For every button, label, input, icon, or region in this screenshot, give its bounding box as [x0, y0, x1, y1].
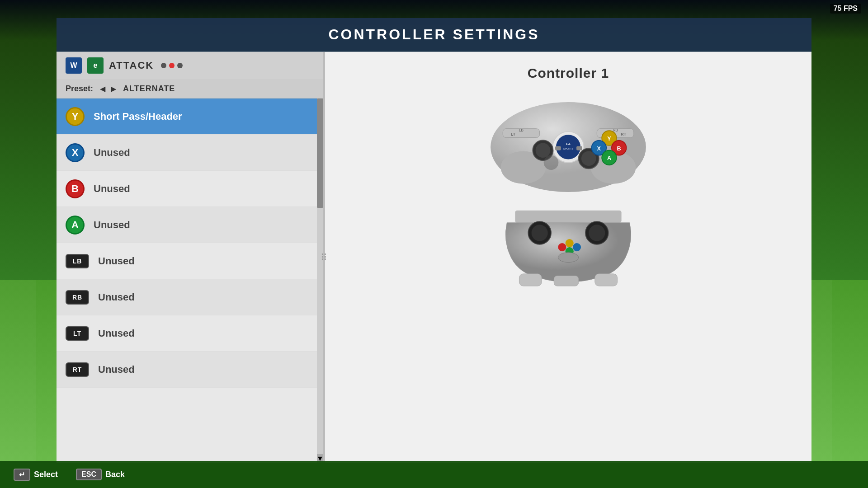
title-bar: CONTROLLER SETTINGS — [57, 18, 811, 52]
svg-text:A: A — [607, 155, 611, 161]
btn-icon-lt: LT — [66, 326, 89, 341]
preset-next-button[interactable]: ▶ — [108, 84, 118, 94]
btn-icon-b: B — [66, 179, 85, 198]
preset-row: Preset: ◀ ▶ ALTERNATE — [57, 79, 323, 99]
svg-rect-34 — [519, 274, 542, 286]
svg-point-28 — [589, 225, 605, 241]
svg-point-26 — [532, 225, 548, 241]
control-item-lt[interactable]: LTUnused — [57, 315, 323, 352]
control-item-rb[interactable]: RBUnused — [57, 279, 323, 315]
svg-text:X: X — [597, 145, 601, 152]
control-name-lb: Unused — [98, 255, 135, 267]
control-name-a: Unused — [94, 219, 130, 231]
btn-icon-y: Y — [66, 107, 85, 126]
control-name-x: Unused — [94, 147, 130, 159]
control-name-rb: Unused — [98, 291, 135, 303]
controller-illustration: EA SPORTS Y X — [482, 94, 654, 298]
controls-list: YShort Pass/HeaderXUnusedBUnusedAUnusedL… — [57, 99, 323, 463]
control-name-b: Unused — [94, 183, 130, 195]
preset-prev-button[interactable]: ◀ — [98, 84, 108, 94]
svg-point-10 — [536, 143, 551, 158]
btn-icon-lb: LB — [66, 254, 89, 268]
svg-text:SPORTS: SPORTS — [563, 147, 574, 150]
tab-dots — [161, 63, 183, 68]
control-item-y[interactable]: YShort Pass/Header — [57, 99, 323, 135]
svg-rect-13 — [555, 146, 561, 150]
fps-counter: 75 FPS — [830, 4, 861, 14]
tab-badge-e[interactable]: e — [87, 57, 104, 74]
page-title: CONTROLLER SETTINGS — [57, 26, 811, 43]
dot-3 — [177, 63, 183, 68]
select-hint-label: Select — [34, 470, 58, 479]
control-item-lb[interactable]: LBUnused — [57, 243, 323, 279]
tab-row: W e ATTACK — [57, 52, 323, 79]
right-panel: Controller 1 — [325, 52, 811, 463]
svg-point-15 — [544, 155, 559, 170]
select-key-badge: ↵ — [14, 469, 30, 481]
svg-rect-36 — [595, 274, 618, 286]
left-panel: W e ATTACK Preset: ◀ ▶ ALTER — [57, 52, 323, 463]
svg-point-30 — [566, 239, 574, 247]
svg-point-32 — [573, 243, 581, 251]
scrollbar-track[interactable]: ▼ — [317, 99, 323, 463]
svg-point-33 — [558, 253, 578, 263]
control-name-y: Short Pass/Header — [94, 111, 182, 122]
svg-text:Y: Y — [607, 136, 611, 142]
svg-text:EA: EA — [566, 142, 571, 146]
control-name-rt: Unused — [98, 364, 135, 375]
select-hint: ↵ Select — [14, 469, 58, 481]
control-name-lt: Unused — [98, 328, 135, 339]
svg-text:RT: RT — [621, 132, 627, 136]
scrollbar-thumb[interactable] — [317, 99, 323, 208]
svg-text:RB: RB — [613, 128, 618, 132]
preset-value: ALTERNATE — [123, 84, 175, 94]
svg-text:B: B — [617, 145, 621, 152]
preset-label: Preset: — [66, 84, 93, 94]
back-hint-label: Back — [105, 470, 125, 479]
svg-rect-14 — [576, 146, 582, 150]
tab-badge-w[interactable]: W — [66, 57, 82, 74]
content-area: W e ATTACK Preset: ◀ ▶ ALTER — [57, 52, 811, 463]
back-key-badge: ESC — [76, 469, 102, 480]
svg-point-29 — [558, 243, 566, 251]
btn-icon-rt: RT — [66, 362, 89, 377]
control-item-b[interactable]: BUnused — [57, 171, 323, 207]
bottom-bar: ↵ Select ESC Back — [0, 461, 868, 488]
control-item-rt[interactable]: RTUnused — [57, 352, 323, 388]
back-hint: ESC Back — [76, 469, 125, 480]
btn-icon-rb: RB — [66, 290, 89, 305]
control-item-x[interactable]: XUnused — [57, 135, 323, 171]
svg-rect-24 — [515, 211, 621, 223]
btn-icon-x: X — [66, 143, 85, 162]
control-item-a[interactable]: AUnused — [57, 207, 323, 243]
controller-title: Controller 1 — [528, 66, 609, 81]
panel-divider — [323, 52, 325, 463]
svg-text:LB: LB — [519, 128, 524, 132]
svg-rect-35 — [554, 276, 578, 286]
dot-2 — [169, 63, 175, 68]
svg-text:LT: LT — [511, 132, 516, 136]
preset-arrows: ◀ ▶ — [98, 84, 118, 94]
dot-1 — [161, 63, 166, 68]
btn-icon-a: A — [66, 216, 85, 235]
tab-title: ATTACK — [109, 60, 154, 71]
main-panel: CONTROLLER SETTINGS W e ATTACK — [57, 18, 811, 461]
